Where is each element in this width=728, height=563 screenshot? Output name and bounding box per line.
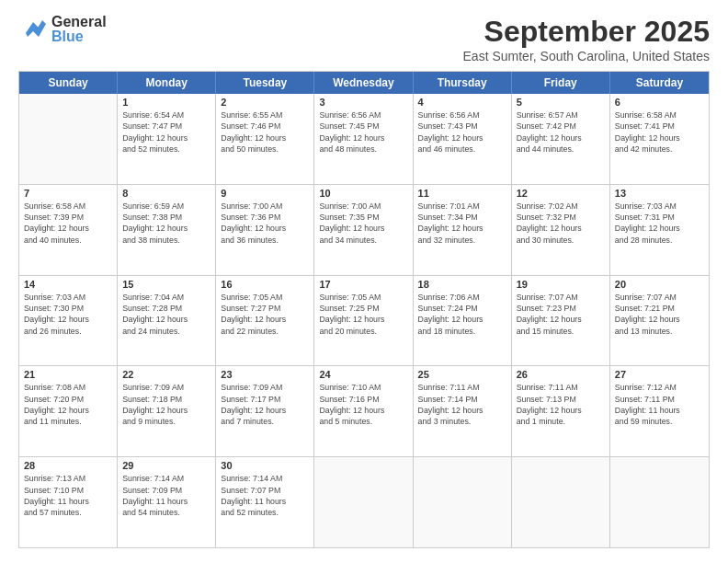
cell-date: 27 (615, 369, 704, 380)
cell-info: Sunrise: 7:11 AM Sunset: 7:13 PM Dayligh… (517, 382, 605, 427)
calendar-row: 14Sunrise: 7:03 AM Sunset: 7:30 PM Dayli… (19, 276, 709, 367)
calendar-cell: 22Sunrise: 7:09 AM Sunset: 7:18 PM Dayli… (118, 366, 216, 456)
cell-info: Sunrise: 6:55 AM Sunset: 7:46 PM Dayligh… (221, 109, 309, 155)
calendar-row: 7Sunrise: 6:58 AM Sunset: 7:39 PM Daylig… (19, 185, 709, 276)
calendar-cell: 17Sunrise: 7:05 AM Sunset: 7:25 PM Dayli… (314, 276, 413, 366)
day-thursday: Thursday (414, 72, 512, 94)
cell-date: 14 (24, 279, 112, 290)
day-tuesday: Tuesday (216, 72, 314, 94)
cell-info: Sunrise: 7:02 AM Sunset: 7:32 PM Dayligh… (517, 201, 605, 246)
calendar-cell: 3Sunrise: 6:56 AM Sunset: 7:45 PM Daylig… (314, 94, 413, 184)
calendar-cell: 19Sunrise: 7:07 AM Sunset: 7:23 PM Dayli… (512, 276, 610, 366)
cell-date: 28 (24, 460, 112, 471)
calendar-cell: 9Sunrise: 7:00 AM Sunset: 7:36 PM Daylig… (216, 185, 314, 275)
calendar-cell: 11Sunrise: 7:01 AM Sunset: 7:34 PM Dayli… (414, 185, 512, 275)
cell-date: 30 (221, 460, 309, 471)
day-saturday: Saturday (610, 72, 709, 94)
day-monday: Monday (118, 72, 216, 94)
cell-info: Sunrise: 7:06 AM Sunset: 7:24 PM Dayligh… (418, 292, 506, 337)
cell-date: 25 (418, 369, 506, 380)
cell-info: Sunrise: 6:59 AM Sunset: 7:38 PM Dayligh… (122, 201, 210, 246)
cell-info: Sunrise: 7:10 AM Sunset: 7:16 PM Dayligh… (319, 382, 407, 427)
calendar-cell: 25Sunrise: 7:11 AM Sunset: 7:14 PM Dayli… (414, 366, 512, 456)
title-area: September 2025 East Sumter, South Caroli… (463, 15, 710, 63)
cell-info: Sunrise: 7:05 AM Sunset: 7:25 PM Dayligh… (319, 292, 407, 337)
calendar-cell: 27Sunrise: 7:12 AM Sunset: 7:11 PM Dayli… (610, 366, 709, 456)
calendar-cell: 1Sunrise: 6:54 AM Sunset: 7:47 PM Daylig… (118, 94, 216, 184)
cell-date: 3 (319, 97, 407, 108)
calendar-cell: 29Sunrise: 7:14 AM Sunset: 7:09 PM Dayli… (118, 457, 216, 547)
calendar-cell: 18Sunrise: 7:06 AM Sunset: 7:24 PM Dayli… (414, 276, 512, 366)
calendar-body: 1Sunrise: 6:54 AM Sunset: 7:47 PM Daylig… (19, 94, 709, 547)
cell-info: Sunrise: 7:14 AM Sunset: 7:07 PM Dayligh… (221, 473, 309, 518)
calendar-row: 28Sunrise: 7:13 AM Sunset: 7:10 PM Dayli… (19, 457, 709, 547)
cell-date: 23 (221, 369, 309, 380)
cell-info: Sunrise: 7:14 AM Sunset: 7:09 PM Dayligh… (122, 473, 210, 518)
cell-info: Sunrise: 6:58 AM Sunset: 7:39 PM Dayligh… (24, 201, 112, 246)
calendar-cell: 15Sunrise: 7:04 AM Sunset: 7:28 PM Dayli… (118, 276, 216, 366)
calendar-cell: 5Sunrise: 6:57 AM Sunset: 7:42 PM Daylig… (512, 94, 610, 184)
cell-date: 4 (418, 97, 506, 108)
calendar-cell (19, 94, 118, 184)
cell-info: Sunrise: 7:00 AM Sunset: 7:36 PM Dayligh… (221, 201, 309, 246)
page: General Blue September 2025 East Sumter,… (0, 0, 728, 563)
cell-date: 1 (122, 97, 210, 108)
calendar-cell: 4Sunrise: 6:56 AM Sunset: 7:43 PM Daylig… (414, 94, 512, 184)
cell-date: 18 (418, 279, 506, 290)
cell-date: 24 (319, 369, 407, 380)
calendar-cell: 6Sunrise: 6:58 AM Sunset: 7:41 PM Daylig… (610, 94, 709, 184)
calendar-cell: 12Sunrise: 7:02 AM Sunset: 7:32 PM Dayli… (512, 185, 610, 275)
location: East Sumter, South Carolina, United Stat… (463, 49, 710, 63)
header: General Blue September 2025 East Sumter,… (18, 15, 710, 63)
cell-date: 8 (122, 188, 210, 199)
calendar-cell: 23Sunrise: 7:09 AM Sunset: 7:17 PM Dayli… (216, 366, 314, 456)
calendar-cell: 30Sunrise: 7:14 AM Sunset: 7:07 PM Dayli… (216, 457, 314, 547)
cell-info: Sunrise: 6:58 AM Sunset: 7:41 PM Dayligh… (615, 109, 704, 155)
cell-date: 10 (319, 188, 407, 199)
calendar-cell: 10Sunrise: 7:00 AM Sunset: 7:35 PM Dayli… (314, 185, 413, 275)
logo-blue: Blue (51, 29, 107, 44)
logo: General Blue (18, 15, 107, 44)
month-title: September 2025 (463, 15, 710, 49)
cell-info: Sunrise: 6:56 AM Sunset: 7:43 PM Dayligh… (418, 109, 506, 155)
calendar-cell (414, 457, 512, 547)
svg-marker-0 (26, 20, 46, 37)
cell-info: Sunrise: 7:01 AM Sunset: 7:34 PM Dayligh… (418, 201, 506, 246)
cell-date: 21 (24, 369, 112, 380)
cell-date: 13 (615, 188, 704, 199)
day-sunday: Sunday (19, 72, 118, 94)
logo-text-block: General Blue (51, 15, 107, 44)
cell-info: Sunrise: 7:04 AM Sunset: 7:28 PM Dayligh… (122, 292, 210, 337)
day-friday: Friday (512, 72, 610, 94)
calendar-cell: 2Sunrise: 6:55 AM Sunset: 7:46 PM Daylig… (216, 94, 314, 184)
cell-date: 15 (122, 279, 210, 290)
logo-general: General (51, 15, 107, 29)
cell-info: Sunrise: 7:07 AM Sunset: 7:23 PM Dayligh… (517, 292, 605, 337)
cell-date: 12 (517, 188, 605, 199)
calendar-cell: 14Sunrise: 7:03 AM Sunset: 7:30 PM Dayli… (19, 276, 118, 366)
calendar-row: 1Sunrise: 6:54 AM Sunset: 7:47 PM Daylig… (19, 94, 709, 185)
calendar-cell: 16Sunrise: 7:05 AM Sunset: 7:27 PM Dayli… (216, 276, 314, 366)
cell-info: Sunrise: 6:54 AM Sunset: 7:47 PM Dayligh… (122, 109, 210, 155)
calendar-cell: 24Sunrise: 7:10 AM Sunset: 7:16 PM Dayli… (314, 366, 413, 456)
cell-info: Sunrise: 7:13 AM Sunset: 7:10 PM Dayligh… (24, 473, 112, 518)
cell-date: 20 (615, 279, 704, 290)
calendar-cell: 8Sunrise: 6:59 AM Sunset: 7:38 PM Daylig… (118, 185, 216, 275)
cell-date: 29 (122, 460, 210, 471)
logo-icon (18, 15, 48, 44)
calendar-cell: 7Sunrise: 6:58 AM Sunset: 7:39 PM Daylig… (19, 185, 118, 275)
cell-info: Sunrise: 7:08 AM Sunset: 7:20 PM Dayligh… (24, 382, 112, 427)
cell-info: Sunrise: 7:11 AM Sunset: 7:14 PM Dayligh… (418, 382, 506, 427)
cell-info: Sunrise: 7:00 AM Sunset: 7:35 PM Dayligh… (319, 201, 407, 246)
cell-date: 17 (319, 279, 407, 290)
calendar-cell (314, 457, 413, 547)
cell-date: 9 (221, 188, 309, 199)
cell-date: 6 (615, 97, 704, 108)
cell-date: 7 (24, 188, 112, 199)
cell-info: Sunrise: 7:03 AM Sunset: 7:30 PM Dayligh… (24, 292, 112, 337)
day-wednesday: Wednesday (314, 72, 413, 94)
cell-info: Sunrise: 7:07 AM Sunset: 7:21 PM Dayligh… (615, 292, 704, 337)
cell-info: Sunrise: 7:05 AM Sunset: 7:27 PM Dayligh… (221, 292, 309, 337)
calendar-cell: 20Sunrise: 7:07 AM Sunset: 7:21 PM Dayli… (610, 276, 709, 366)
cell-info: Sunrise: 7:03 AM Sunset: 7:31 PM Dayligh… (615, 201, 704, 246)
